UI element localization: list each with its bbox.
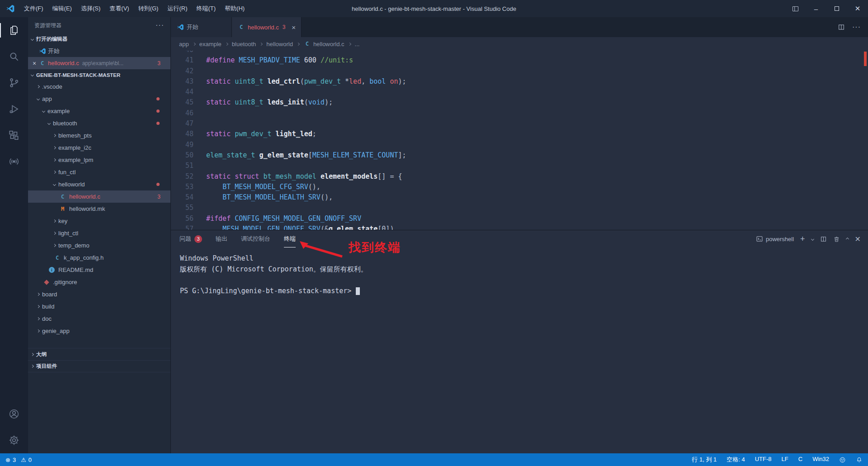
close-icon[interactable]: ×: [292, 24, 296, 31]
tree-folder-app[interactable]: app: [28, 93, 170, 105]
tree-folder-example_i2c[interactable]: example_i2c: [28, 142, 170, 154]
run-debug-activity-button[interactable]: [0, 96, 28, 122]
open-editors-label: 打开的编辑器: [36, 36, 67, 43]
close-button[interactable]: ✕: [847, 0, 868, 17]
outline-label: 大纲: [36, 351, 47, 358]
open-editors-section-header[interactable]: 打开的编辑器: [28, 33, 170, 45]
line-number: 44: [171, 87, 193, 97]
open-editor-item[interactable]: ×Chelloworld.capp\example\bl...3: [28, 57, 170, 69]
tree-folder-.vscode[interactable]: .vscode: [28, 81, 170, 93]
tab-开始[interactable]: 开始: [171, 17, 232, 37]
terminal-dropdown-icon[interactable]: [811, 237, 814, 240]
status-item[interactable]: 空格: 4: [726, 456, 745, 464]
menu-item[interactable]: 转到(G): [134, 0, 163, 17]
status-item[interactable]: Win32: [812, 456, 829, 464]
terminal[interactable]: Windows PowerShell版权所有 (C) Microsoft Cor…: [171, 247, 868, 453]
close-panel-icon[interactable]: ✕: [855, 235, 861, 243]
minimize-button[interactable]: –: [806, 0, 826, 17]
modified-indicator-dot: [156, 109, 160, 113]
files-icon: [8, 24, 20, 36]
explorer-sidebar: 资源管理器 ··· 打开的编辑器 开始×Chelloworld.capp\exa…: [28, 17, 171, 453]
explorer-activity-button[interactable]: [0, 17, 28, 43]
workspace-section-header[interactable]: GENIE-BT-MESH-STACK-MASTER: [28, 69, 170, 81]
menu-item[interactable]: 编辑(E): [48, 0, 76, 17]
notifications-bell-icon[interactable]: [856, 456, 863, 463]
problems-status[interactable]: ⊗3 ⚠0: [5, 456, 32, 463]
tree-item-label: example_i2c: [58, 144, 91, 151]
tree-folder-genie_app[interactable]: genie_app: [28, 325, 170, 337]
close-icon[interactable]: ×: [30, 60, 38, 67]
shell-selector[interactable]: powershell: [756, 235, 794, 243]
tree-folder-example[interactable]: example: [28, 105, 170, 117]
menu-item[interactable]: 帮助(H): [220, 0, 249, 17]
tree-folder-fun_ctl[interactable]: fun_ctl: [28, 166, 170, 178]
code-text: static uint8_t leds_init(void);: [206, 97, 333, 108]
panel-tab-问题[interactable]: 问题3: [179, 230, 202, 247]
components-section-header[interactable]: 项目组件: [28, 360, 170, 372]
extensions-activity-button[interactable]: [0, 122, 28, 148]
kill-terminal-icon[interactable]: [833, 236, 840, 243]
panel-tab-调试控制台[interactable]: 调试控制台: [241, 230, 270, 247]
tree-file-helloworld.c[interactable]: Chelloworld.c3: [28, 190, 170, 203]
tree-folder-blemesh_pts[interactable]: blemesh_pts: [28, 129, 170, 142]
status-item[interactable]: UTF-8: [755, 456, 772, 464]
tree-folder-board[interactable]: board: [28, 288, 170, 300]
tree-file-k_app_config.h[interactable]: Ck_app_config.h: [28, 252, 170, 264]
breadcrumb-item[interactable]: ...: [355, 41, 360, 48]
tree-folder-key[interactable]: key: [28, 215, 170, 227]
feedback-icon[interactable]: [839, 456, 846, 463]
maximize-button[interactable]: [826, 0, 847, 17]
split-editor-icon[interactable]: [838, 24, 845, 31]
new-terminal-icon[interactable]: +: [800, 235, 805, 243]
settings-button[interactable]: [0, 427, 28, 453]
code-editor[interactable]: 4041#define MESH_PBADV_TIME 600 //unit:s…: [171, 51, 868, 230]
tree-item-label: build: [42, 303, 54, 310]
tree-folder-light_ctl[interactable]: light_ctl: [28, 227, 170, 239]
terminal-output: Windows PowerShell版权所有 (C) Microsoft Cor…: [180, 253, 868, 285]
chevron-right-icon: [53, 134, 56, 137]
tree-folder-temp_demo[interactable]: temp_demo: [28, 239, 170, 252]
menu-item[interactable]: 终端(T): [192, 0, 220, 17]
panel-tab-终端[interactable]: 终端: [284, 230, 296, 247]
breadcrumb-item[interactable]: helloworld: [266, 41, 293, 48]
tree-folder-example_lpm[interactable]: example_lpm: [28, 154, 170, 166]
terminal-line: Windows PowerShell: [180, 253, 868, 264]
menu-item[interactable]: 选择(S): [76, 0, 105, 17]
breadcrumb-item[interactable]: app: [179, 41, 189, 48]
breadcrumb-item[interactable]: bluetooth: [232, 41, 256, 48]
accounts-button[interactable]: [0, 401, 28, 427]
source-control-activity-button[interactable]: [0, 70, 28, 96]
tree-folder-bluetooth[interactable]: bluetooth: [28, 117, 170, 129]
status-item[interactable]: 行 1, 列 1: [692, 456, 717, 464]
search-activity-button[interactable]: [0, 43, 28, 70]
layout-toggle-icon[interactable]: [785, 0, 806, 17]
more-actions-icon[interactable]: ···: [852, 23, 861, 31]
breadcrumb-item[interactable]: example: [199, 41, 222, 48]
menu-item[interactable]: 文件(F): [19, 0, 48, 17]
tab-helloworld.c[interactable]: Chelloworld.c3×: [232, 17, 302, 37]
menu-item[interactable]: 查看(V): [105, 0, 133, 17]
status-item[interactable]: LF: [782, 456, 788, 464]
tree-folder-helloworld[interactable]: helloworld: [28, 178, 170, 190]
overview-ruler-scrollbar[interactable]: [862, 51, 868, 230]
status-item[interactable]: C: [798, 456, 802, 464]
editor-tabs: 开始Chelloworld.c3×: [171, 17, 302, 37]
tree-folder-doc[interactable]: doc: [28, 313, 170, 325]
broadcast-activity-button[interactable]: [0, 148, 28, 175]
maximize-panel-icon[interactable]: [846, 237, 849, 240]
line-number: 57: [171, 224, 193, 230]
split-terminal-icon[interactable]: [820, 236, 827, 243]
tree-folder-build[interactable]: build: [28, 300, 170, 313]
tree-file-README.md[interactable]: iREADME.md: [28, 264, 170, 276]
open-editor-item[interactable]: 开始: [28, 45, 170, 57]
tree-file-.gitignore[interactable]: .gitignore: [28, 276, 170, 288]
breadcrumb-item[interactable]: Chelloworld.c: [303, 41, 344, 48]
tree-file-helloworld.mk[interactable]: Mhelloworld.mk: [28, 203, 170, 215]
shell-name: powershell: [766, 236, 794, 243]
terminal-cursor: [356, 287, 360, 295]
c-file-icon: C: [59, 194, 66, 200]
outline-section-header[interactable]: 大纲: [28, 348, 170, 360]
panel-tab-输出[interactable]: 输出: [216, 230, 227, 247]
menu-item[interactable]: 运行(R): [163, 0, 192, 17]
more-actions-icon[interactable]: ···: [156, 21, 164, 29]
